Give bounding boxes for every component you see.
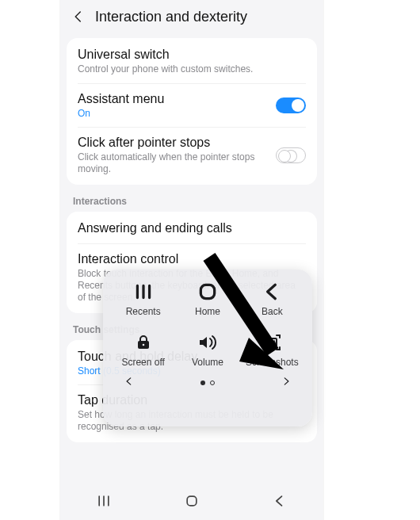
row-title: Interaction control: [78, 252, 306, 266]
recents-icon: [111, 281, 175, 303]
phone-navbar: [60, 490, 323, 515]
assist-recents[interactable]: Recents: [111, 281, 175, 317]
assist-next[interactable]: [281, 376, 292, 390]
row-title: Universal switch: [78, 48, 306, 62]
assistant-menu-panel[interactable]: Recents Home Back Screen off: [103, 270, 312, 426]
row-subtitle: Click automatically when the pointer sto…: [78, 151, 306, 175]
row-assistant-menu[interactable]: Assistant menu On: [67, 84, 317, 127]
assist-label: Home: [175, 306, 239, 317]
toggle-assistant-menu[interactable]: [276, 98, 306, 113]
assist-label: Back: [240, 306, 304, 317]
row-subtitle: Control your phone with custom switches.: [78, 63, 306, 75]
assist-home[interactable]: Home: [175, 281, 239, 317]
row-click-after-pointer[interactable]: Click after pointer stops Click automati…: [67, 128, 317, 183]
assist-screenshots[interactable]: Screenshots: [240, 331, 304, 368]
assistant-pager: [111, 368, 304, 390]
section-interactions: Interactions: [60, 185, 323, 212]
row-title: Answering and ending calls: [78, 221, 306, 235]
page-dot: [210, 380, 215, 385]
assist-screen-off[interactable]: Screen off: [111, 331, 175, 368]
assist-volume[interactable]: Volume: [175, 331, 239, 368]
assist-label: Screen off: [111, 357, 175, 368]
svg-point-3: [142, 344, 144, 346]
page-dot-active: [200, 380, 205, 385]
page-dots: [200, 380, 215, 385]
settings-panel: Interaction and dexterity Universal swit…: [60, 0, 323, 520]
back-icon: [240, 281, 304, 303]
assist-back[interactable]: Back: [240, 281, 304, 317]
header: Interaction and dexterity: [60, 0, 323, 38]
svg-rect-1: [200, 285, 214, 298]
assist-label: Screenshots: [240, 357, 304, 368]
back-nav-icon[interactable]: [272, 493, 288, 512]
screenshot-icon: [240, 331, 304, 354]
svg-rect-0: [187, 496, 197, 506]
row-answering-ending[interactable]: Answering and ending calls: [67, 213, 317, 243]
toggle-click-after-pointer[interactable]: [276, 147, 306, 163]
assist-prev[interactable]: [124, 376, 135, 390]
assistant-menu-grid: Recents Home Back Screen off: [111, 281, 304, 368]
row-title: Click after pointer stops: [78, 136, 306, 150]
home-nav-icon[interactable]: [184, 493, 200, 512]
page-title: Interaction and dexterity: [95, 9, 247, 25]
home-icon: [175, 281, 239, 303]
row-universal-switch[interactable]: Universal switch Control your phone with…: [67, 40, 317, 83]
row-state: On: [78, 108, 306, 119]
volume-icon: [175, 331, 239, 354]
lock-icon: [111, 331, 175, 354]
row-title: Assistant menu: [78, 92, 306, 106]
assist-label: Volume: [175, 357, 239, 368]
assist-label: Recents: [111, 306, 175, 317]
group-1: Universal switch Control your phone with…: [67, 38, 317, 185]
back-icon[interactable]: [68, 6, 89, 27]
recents-nav-icon[interactable]: [96, 493, 112, 512]
